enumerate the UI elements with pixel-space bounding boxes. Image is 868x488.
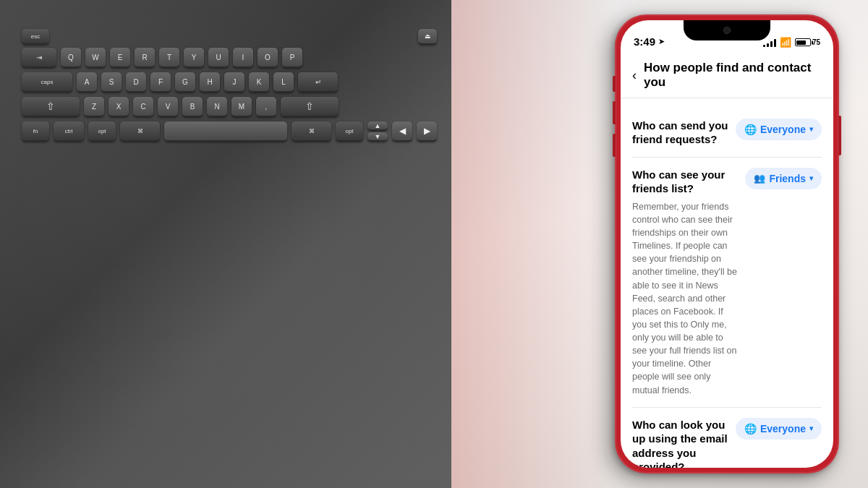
page-header: ‹ How people find and contact you — [621, 52, 833, 98]
everyone-label-2: Everyone — [760, 423, 806, 435]
setting-question-left: Who can send you friend requests? — [632, 119, 728, 147]
setting-control-friend-requests: 🌐 Everyone ▾ — [736, 119, 822, 140]
globe-icon-2: 🌐 — [744, 423, 757, 435]
setting-control-friends-list: 👥 Friends ▾ — [745, 168, 822, 189]
setting-question-left-2: Who can see your friends list? Remember,… — [632, 168, 738, 397]
globe-icon-1: 🌐 — [744, 124, 757, 135]
friends-list-question: Who can see your friends list? — [632, 168, 738, 196]
phone-volume-down-button — [613, 134, 616, 157]
keyboard-keys: esc ⏏ ⇥ Q W E R T Y U I O P caps A — [22, 29, 437, 474]
keyboard-background: esc ⏏ ⇥ Q W E R T Y U I O P caps A — [0, 0, 451, 488]
email-lookup-question: Who can look you up using the email addr… — [632, 418, 728, 468]
phone-silent-button — [613, 76, 616, 92]
friends-dropdown[interactable]: 👥 Friends ▾ — [745, 168, 822, 189]
chevron-down-icon-1: ▾ — [809, 125, 813, 133]
phone-power-button — [838, 116, 841, 155]
everyone-label-1: Everyone — [760, 124, 806, 135]
phone-notch — [684, 20, 770, 40]
battery-percent: 75 — [812, 38, 820, 46]
back-button[interactable]: ‹ — [632, 68, 637, 83]
setting-row-friend-requests: Who can send you friend requests? 🌐 Ever… — [632, 108, 822, 158]
page-title: How people find and contact you — [644, 61, 822, 90]
friends-label: Friends — [769, 173, 806, 184]
time-display: 3:49 — [634, 35, 655, 48]
friend-requests-question: Who can send you friend requests? — [632, 119, 728, 147]
everyone-dropdown-2[interactable]: 🌐 Everyone ▾ — [736, 418, 822, 440]
setting-row-friends-list: Who can see your friends list? Remember,… — [632, 158, 822, 408]
chevron-down-icon-2: ▾ — [809, 174, 813, 182]
setting-row-email: Who can look you up using the email addr… — [632, 408, 822, 468]
signal-icon — [763, 38, 776, 47]
phone-device: 3:49 ➤ 📶 — [615, 14, 854, 474]
chevron-down-icon-3: ▾ — [809, 424, 813, 432]
setting-question-left-3: Who can look you up using the email addr… — [632, 418, 728, 468]
phone-body: 3:49 ➤ 📶 — [615, 14, 839, 474]
status-icons: 📶 75 — [763, 37, 820, 48]
phone-screen: 3:49 ➤ 📶 — [621, 20, 833, 468]
status-time: 3:49 ➤ — [634, 35, 665, 48]
app-content: ‹ How people find and contact you Who ca… — [621, 52, 833, 468]
battery-icon: 75 — [795, 38, 820, 46]
wifi-icon: 📶 — [780, 37, 791, 48]
setting-control-email: 🌐 Everyone ▾ — [736, 418, 822, 440]
friends-icon: 👥 — [754, 173, 765, 184]
phone-volume-up-button — [613, 101, 616, 124]
front-camera — [723, 27, 731, 34]
settings-list: Who can send you friend requests? 🌐 Ever… — [621, 98, 833, 468]
everyone-dropdown-1[interactable]: 🌐 Everyone ▾ — [736, 119, 822, 140]
location-arrow-icon: ➤ — [658, 37, 665, 46]
friends-list-description: Remember, your friends control who can s… — [632, 200, 738, 397]
